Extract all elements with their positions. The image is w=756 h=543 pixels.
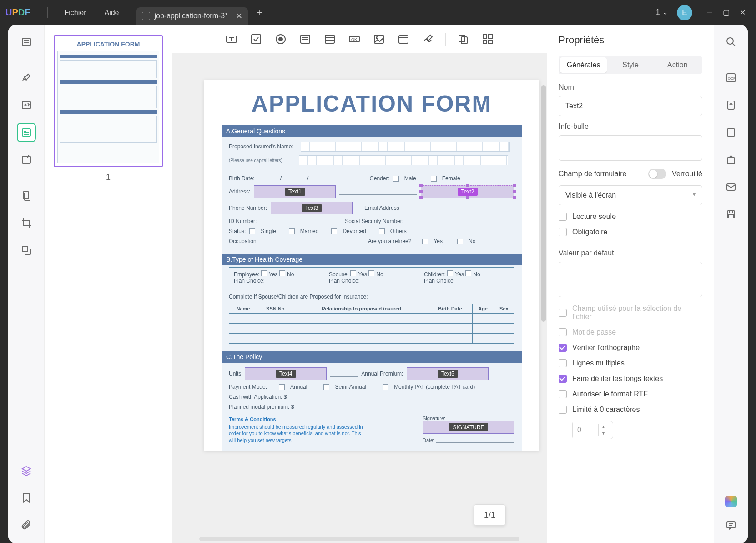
pdf-page[interactable]: APPLICATION FORM A.General Questions Pro… — [204, 80, 539, 451]
field-text5[interactable]: Text5 — [407, 367, 489, 380]
date-tool-icon[interactable] — [396, 32, 411, 46]
svg-text:OCR: OCR — [728, 76, 736, 81]
svg-rect-36 — [483, 40, 487, 44]
locked-toggle[interactable] — [648, 169, 666, 179]
section-a: A.General Questions — [222, 125, 522, 137]
required-checkbox[interactable]: Obligatoire — [559, 228, 702, 236]
close-window-button[interactable]: ✕ — [734, 5, 751, 21]
signature-tool-icon[interactable] — [421, 32, 435, 46]
svg-rect-33 — [461, 37, 467, 44]
svg-line-39 — [732, 43, 735, 46]
listbox-tool-icon[interactable] — [323, 32, 337, 46]
field-signature[interactable]: SIGNATURE — [423, 421, 514, 434]
default-label: Valeur par défaut — [559, 249, 702, 257]
chat-icon[interactable] — [721, 516, 741, 535]
text-field-tool-icon[interactable] — [224, 32, 239, 46]
svg-rect-14 — [252, 35, 261, 44]
page-thumbnail[interactable]: APPLICATION FORM — [54, 35, 163, 167]
char-limit-input[interactable]: ▲▼ — [572, 421, 613, 439]
svg-rect-32 — [459, 35, 465, 42]
field-text1[interactable]: Text1 — [254, 185, 336, 198]
tab-action[interactable]: Action — [654, 57, 701, 73]
form-tool-icon[interactable] — [17, 123, 36, 142]
svg-rect-8 — [22, 156, 30, 163]
email-icon[interactable] — [721, 178, 741, 197]
search-icon[interactable] — [721, 32, 741, 51]
compare-tool-icon[interactable] — [17, 241, 36, 260]
limit-checkbox[interactable]: Limité à 0 caractères — [559, 406, 702, 414]
align-tool-icon[interactable] — [480, 32, 495, 46]
organize-tool-icon[interactable] — [17, 150, 36, 169]
checkbox-tool-icon[interactable] — [249, 32, 263, 46]
form-title: APPLICATION FORM — [204, 80, 539, 125]
thumbnail-number: 1 — [54, 173, 163, 182]
minimize-button[interactable]: ─ — [701, 5, 718, 21]
field-text2[interactable]: Text2 — [421, 185, 514, 198]
insurance-table: NameSSN No.Relationship to proposed insu… — [229, 304, 514, 344]
copy-tool-icon[interactable] — [456, 32, 470, 46]
scrolllong-checkbox[interactable]: Faire défiler les longs textes — [559, 375, 702, 383]
visibility-select[interactable]: Visible à l'écran — [559, 185, 702, 205]
menu-file[interactable]: Fichier — [55, 6, 95, 20]
rtf-checkbox[interactable]: Autoriser le format RTF — [559, 390, 702, 398]
tab-count[interactable]: 1⌄ — [655, 8, 668, 17]
document-view: OK APPLICATION FORM A.General Questions … — [172, 25, 547, 543]
multiline-checkbox[interactable]: Lignes multiples — [559, 359, 702, 367]
default-value-input[interactable] — [559, 262, 702, 297]
svg-rect-28 — [399, 36, 408, 43]
crop-tool-icon[interactable] — [17, 213, 36, 233]
save-icon[interactable] — [721, 205, 741, 224]
dropdown-tool-icon[interactable] — [298, 32, 312, 46]
svg-rect-48 — [729, 215, 733, 218]
thumbnail-panel: APPLICATION FORM 1 — [45, 25, 172, 543]
comment-tool-icon[interactable] — [17, 68, 36, 87]
maximize-button[interactable]: ▢ — [718, 5, 734, 21]
section-b: B.Type of Health Coverage — [222, 254, 522, 265]
field-text3[interactable]: Text3 — [271, 202, 353, 214]
filesel-checkbox: Champ utilisé pour la sélection de fichi… — [559, 304, 702, 321]
svg-point-38 — [727, 38, 733, 44]
document-tab[interactable]: job-application-form-3* ✕ — [136, 7, 248, 25]
page-indicator[interactable]: 1/1 — [474, 504, 506, 526]
menu-help[interactable]: Aide — [95, 6, 128, 20]
tab-general[interactable]: Générales — [560, 57, 607, 73]
convert-icon[interactable] — [721, 96, 741, 115]
svg-rect-37 — [489, 40, 492, 44]
button-tool-icon[interactable]: OK — [347, 32, 362, 46]
doc-icon — [142, 12, 150, 20]
ocr-icon[interactable]: OCR — [721, 68, 741, 87]
svg-rect-34 — [483, 35, 487, 38]
property-tabs: Générales Style Action — [559, 56, 702, 74]
spin-down-icon[interactable]: ▼ — [599, 430, 608, 436]
page-tool-icon[interactable] — [17, 186, 36, 205]
title-bar: UPDF Fichier Aide job-application-form-3… — [0, 0, 756, 25]
attachment-icon[interactable] — [17, 516, 36, 535]
spellcheck-checkbox[interactable]: Vérifier l'orthographe — [559, 344, 702, 352]
svg-rect-47 — [729, 211, 733, 213]
password-checkbox: Mot de passe — [559, 328, 702, 336]
add-tab-button[interactable]: + — [256, 7, 262, 19]
ai-icon[interactable] — [725, 496, 737, 507]
share-icon[interactable] — [721, 150, 741, 169]
right-toolbar: OCR — [714, 25, 748, 543]
layers-icon[interactable] — [17, 461, 36, 480]
edit-tool-icon[interactable] — [17, 96, 36, 115]
radio-tool-icon[interactable] — [273, 32, 288, 46]
field-text4[interactable]: Text4 — [245, 367, 327, 380]
vertical-scrollbar[interactable] — [541, 85, 546, 322]
reader-mode-icon[interactable] — [17, 32, 36, 51]
formfield-label: Champ de formulaire — [559, 170, 626, 178]
name-input[interactable] — [559, 96, 702, 116]
spin-up-icon[interactable]: ▲ — [599, 424, 608, 430]
bookmark-icon[interactable] — [17, 488, 36, 507]
close-tab-icon[interactable]: ✕ — [236, 11, 242, 21]
svg-rect-21 — [325, 35, 334, 43]
user-avatar[interactable]: E — [677, 5, 692, 20]
horizontal-scrollbar[interactable] — [199, 537, 519, 541]
tooltip-input[interactable] — [559, 135, 702, 161]
tab-style[interactable]: Style — [607, 57, 654, 73]
image-tool-icon[interactable] — [372, 32, 386, 46]
readonly-checkbox[interactable]: Lecture seule — [559, 213, 702, 221]
compress-icon[interactable] — [721, 123, 741, 142]
name-label: Nom — [559, 83, 702, 91]
